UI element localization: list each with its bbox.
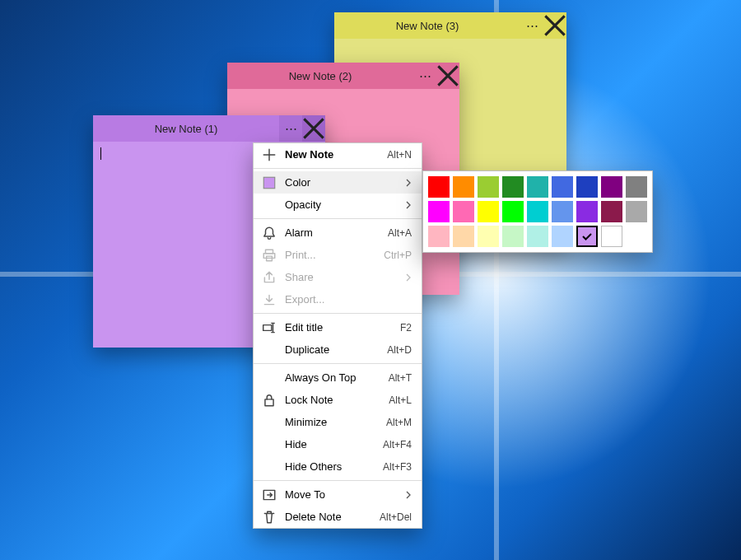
menu-item-edit-title[interactable]: Edit titleF2	[254, 316, 422, 338]
bell-icon	[262, 226, 277, 240]
menu-item-shortcut: Alt+F4	[383, 439, 412, 450]
menu-item-duplicate[interactable]: DuplicateAlt+D	[254, 338, 422, 361]
color-swatch[interactable]	[428, 226, 450, 247]
note-title: New Note (2)	[227, 70, 413, 82]
menu-item-alarm[interactable]: AlarmAlt+A	[254, 222, 422, 244]
color-swatch[interactable]	[478, 226, 499, 247]
menu-item-lock-note[interactable]: Lock NoteAlt+L	[254, 389, 422, 411]
menu-item-label: Move To	[285, 488, 397, 501]
menu-item-always-on-top[interactable]: Always On TopAlt+T	[254, 366, 422, 389]
menu-item-shortcut: F2	[400, 322, 412, 334]
more-icon[interactable]: ⋯	[279, 115, 302, 142]
menu-separator	[254, 168, 422, 169]
export-icon	[262, 292, 277, 307]
menu-item-label: Lock Note	[285, 394, 380, 406]
color-picker	[422, 170, 653, 253]
menu-item-hide[interactable]: HideAlt+F4	[254, 433, 422, 455]
more-icon[interactable]: ⋯	[413, 63, 436, 89]
rename-icon	[262, 320, 277, 335]
color-swatch[interactable]	[552, 176, 573, 198]
color-swatch[interactable]	[576, 226, 598, 247]
color-swatch[interactable]	[576, 201, 598, 222]
menu-separator	[254, 218, 422, 219]
menu-item-shortcut: Ctrl+P	[384, 250, 412, 261]
menu-item-label: Duplicate	[285, 343, 379, 356]
blank-icon	[262, 415, 277, 430]
menu-item-hide-others[interactable]: Hide OthersAlt+F3	[254, 455, 422, 478]
menu-item-delete-note[interactable]: Delete NoteAlt+Del	[254, 506, 422, 528]
menu-item-shortcut: Alt+D	[387, 344, 412, 356]
color-swatch[interactable]	[626, 176, 647, 198]
color-swatch[interactable]	[502, 201, 524, 222]
share-icon	[262, 270, 277, 285]
menu-separator	[254, 363, 422, 364]
menu-item-color[interactable]: Color	[254, 171, 422, 194]
color-swatch[interactable]	[428, 201, 450, 222]
menu-item-minimize[interactable]: MinimizeAlt+M	[254, 411, 422, 433]
trash-icon	[262, 510, 277, 525]
close-icon[interactable]	[436, 63, 459, 89]
close-icon[interactable]	[543, 12, 566, 39]
svg-rect-0	[263, 177, 275, 189]
color-swatch[interactable]	[527, 201, 548, 222]
menu-separator	[254, 480, 422, 481]
chevron-right-icon	[405, 179, 412, 187]
lock-icon	[262, 393, 277, 408]
color-swatch[interactable]	[453, 176, 474, 198]
menu-item-label: Alarm	[285, 226, 380, 239]
blank-icon	[262, 460, 277, 474]
chevron-right-icon	[405, 491, 412, 499]
color-swatch[interactable]	[552, 201, 573, 222]
color-swatch[interactable]	[527, 226, 548, 247]
color-swatch[interactable]	[601, 201, 622, 222]
menu-item-label: Hide	[285, 438, 375, 450]
blank-icon	[262, 371, 277, 385]
menu-item-shortcut: Alt+N	[387, 149, 412, 161]
svg-rect-5	[265, 399, 273, 405]
chevron-right-icon	[405, 273, 412, 282]
menu-item-shortcut: Alt+Del	[380, 511, 412, 523]
menu-item-label: Export...	[285, 293, 412, 306]
menu-item-label: Opacity	[285, 198, 397, 211]
color-swatch[interactable]	[478, 176, 499, 198]
color-swatch[interactable]	[502, 226, 524, 247]
menu-item-export: Export...	[254, 288, 422, 310]
menu-item-shortcut: Alt+F3	[383, 461, 412, 473]
menu-item-label: Print...	[285, 249, 375, 261]
menu-item-label: Hide Others	[285, 460, 375, 473]
color-swatch[interactable]	[478, 201, 499, 222]
blank-icon	[262, 437, 277, 452]
plus-icon	[262, 147, 277, 162]
text-caret	[100, 147, 101, 160]
menu-item-move-to[interactable]: Move To	[254, 483, 422, 506]
menu-item-label: New Note	[285, 148, 379, 161]
menu-item-shortcut: Alt+L	[389, 394, 412, 406]
note-context-menu: New NoteAlt+NColorOpacityAlarmAlt+APrint…	[253, 142, 422, 529]
blank-icon	[262, 198, 277, 212]
color-swatch[interactable]	[601, 176, 622, 198]
moveto-icon	[262, 488, 277, 502]
menu-item-print: Print...Ctrl+P	[254, 244, 422, 266]
color-swatch[interactable]	[576, 176, 598, 198]
menu-item-shortcut: Alt+A	[388, 227, 412, 239]
color-swatch[interactable]	[453, 201, 474, 222]
menu-item-opacity[interactable]: Opacity	[254, 194, 422, 216]
more-icon[interactable]: ⋯	[520, 12, 543, 39]
color-icon	[262, 175, 277, 190]
menu-item-share: Share	[254, 266, 422, 288]
menu-item-label: Minimize	[285, 416, 378, 428]
chevron-right-icon	[405, 201, 412, 209]
menu-item-label: Share	[285, 271, 397, 283]
menu-item-label: Edit title	[285, 321, 392, 334]
svg-rect-4	[263, 324, 272, 330]
note-title: New Note (3)	[334, 20, 520, 32]
color-swatch[interactable]	[601, 226, 622, 247]
color-swatch[interactable]	[502, 176, 524, 198]
menu-item-new-note[interactable]: New NoteAlt+N	[254, 143, 422, 166]
color-swatch[interactable]	[453, 226, 474, 247]
close-icon[interactable]	[302, 115, 325, 142]
color-swatch[interactable]	[626, 201, 647, 222]
color-swatch[interactable]	[527, 176, 548, 198]
color-swatch[interactable]	[428, 176, 450, 198]
color-swatch[interactable]	[552, 226, 573, 247]
